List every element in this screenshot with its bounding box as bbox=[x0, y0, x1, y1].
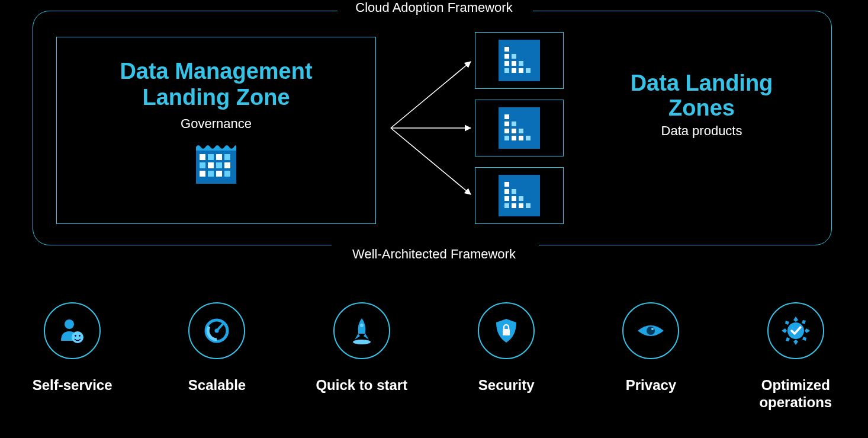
svg-point-47 bbox=[72, 331, 83, 343]
svg-rect-42 bbox=[504, 203, 509, 208]
management-title: Data Management Landing Zone bbox=[57, 59, 375, 110]
svg-rect-16 bbox=[512, 54, 516, 59]
svg-rect-7 bbox=[216, 162, 222, 168]
svg-rect-32 bbox=[512, 136, 516, 140]
svg-rect-14 bbox=[504, 47, 509, 52]
svg-rect-26 bbox=[504, 122, 509, 126]
svg-rect-5 bbox=[200, 162, 205, 168]
benefit-label: Self-service bbox=[33, 377, 112, 394]
svg-rect-41 bbox=[519, 196, 523, 201]
svg-rect-22 bbox=[519, 68, 523, 73]
frame-bottom-label: Well-Architected Framework bbox=[0, 247, 868, 262]
svg-point-57 bbox=[651, 328, 654, 330]
gear-check-icon bbox=[767, 302, 824, 359]
management-subtitle: Governance bbox=[57, 116, 375, 132]
benefit-quick-start: Quick to start bbox=[297, 302, 427, 394]
svg-rect-23 bbox=[526, 68, 531, 73]
svg-point-56 bbox=[647, 327, 655, 335]
shield-lock-icon bbox=[478, 302, 535, 359]
svg-rect-24 bbox=[499, 107, 540, 149]
data-tile-icon bbox=[499, 175, 540, 216]
svg-rect-37 bbox=[504, 189, 509, 194]
svg-rect-13 bbox=[499, 40, 540, 81]
svg-rect-40 bbox=[512, 196, 516, 201]
svg-rect-21 bbox=[512, 68, 516, 73]
landing-zones-title-block: Data Landing Zones Data products bbox=[586, 71, 817, 139]
benefit-self-service: Self-service bbox=[7, 302, 137, 394]
svg-rect-1 bbox=[200, 154, 205, 160]
svg-rect-17 bbox=[504, 61, 509, 66]
benefit-optimized-ops: Optimized operations bbox=[731, 302, 861, 411]
svg-rect-12 bbox=[224, 171, 230, 177]
frame-top-label: Cloud Adoption Framework bbox=[0, 0, 868, 15]
gauge-icon bbox=[188, 302, 245, 359]
svg-rect-28 bbox=[504, 129, 509, 133]
management-title-line1: Data Management bbox=[120, 59, 312, 84]
benefit-scalable: Scalable bbox=[152, 302, 282, 394]
benefit-label: Security bbox=[478, 377, 535, 394]
management-zone-box: Data Management Landing Zone Governance bbox=[56, 37, 376, 224]
svg-rect-31 bbox=[504, 136, 509, 140]
landing-subtitle: Data products bbox=[586, 123, 817, 139]
svg-rect-15 bbox=[504, 54, 509, 59]
governance-grid-icon bbox=[57, 140, 375, 190]
svg-point-54 bbox=[353, 340, 371, 344]
svg-rect-27 bbox=[512, 122, 516, 126]
svg-rect-43 bbox=[512, 203, 516, 208]
data-tile-icon bbox=[499, 40, 540, 81]
svg-point-53 bbox=[360, 324, 364, 327]
svg-rect-36 bbox=[504, 182, 509, 187]
svg-rect-25 bbox=[504, 114, 509, 119]
svg-rect-4 bbox=[224, 154, 230, 160]
svg-rect-35 bbox=[499, 175, 540, 216]
svg-point-58 bbox=[787, 322, 804, 339]
data-tile-icon bbox=[499, 107, 540, 149]
svg-rect-33 bbox=[519, 136, 523, 140]
benefit-label: Scalable bbox=[188, 377, 246, 394]
landing-zone-tile-3 bbox=[475, 167, 564, 224]
svg-point-49 bbox=[79, 335, 81, 337]
svg-rect-34 bbox=[526, 136, 531, 140]
svg-rect-45 bbox=[526, 203, 531, 208]
svg-rect-11 bbox=[216, 171, 222, 177]
benefit-label: Quick to start bbox=[316, 377, 407, 394]
svg-point-52 bbox=[215, 329, 219, 333]
svg-rect-30 bbox=[519, 129, 523, 133]
svg-rect-18 bbox=[512, 61, 516, 66]
svg-rect-20 bbox=[504, 68, 509, 73]
svg-rect-55 bbox=[503, 329, 510, 335]
svg-rect-39 bbox=[504, 196, 509, 201]
benefit-label: Optimized operations bbox=[759, 377, 832, 411]
svg-rect-8 bbox=[224, 162, 230, 168]
landing-title-line2: Zones bbox=[668, 95, 735, 120]
svg-rect-6 bbox=[208, 162, 214, 168]
svg-rect-19 bbox=[519, 61, 523, 66]
landing-zone-tile-2 bbox=[475, 100, 564, 156]
benefit-label: Privacy bbox=[626, 377, 676, 394]
landing-title: Data Landing Zones bbox=[586, 71, 817, 121]
svg-point-46 bbox=[65, 319, 74, 329]
benefit-privacy: Privacy bbox=[586, 302, 716, 394]
svg-point-48 bbox=[75, 335, 76, 337]
svg-rect-29 bbox=[512, 129, 516, 133]
svg-rect-3 bbox=[216, 154, 222, 160]
landing-title-line1: Data Landing bbox=[631, 71, 773, 95]
diagram-stage: Cloud Adoption Framework Well-Architecte… bbox=[0, 0, 868, 438]
rocket-icon bbox=[333, 302, 390, 359]
management-title-line2: Landing Zone bbox=[142, 85, 290, 110]
svg-rect-10 bbox=[208, 171, 214, 177]
svg-rect-44 bbox=[519, 203, 523, 208]
benefits-row: Self-service Scalable bbox=[0, 302, 868, 411]
landing-zone-tile-1 bbox=[475, 32, 564, 89]
svg-rect-2 bbox=[208, 154, 214, 160]
svg-rect-9 bbox=[200, 171, 205, 177]
benefit-security: Security bbox=[441, 302, 571, 394]
svg-rect-38 bbox=[512, 189, 516, 194]
person-smile-icon bbox=[44, 302, 101, 359]
eye-icon bbox=[622, 302, 679, 359]
